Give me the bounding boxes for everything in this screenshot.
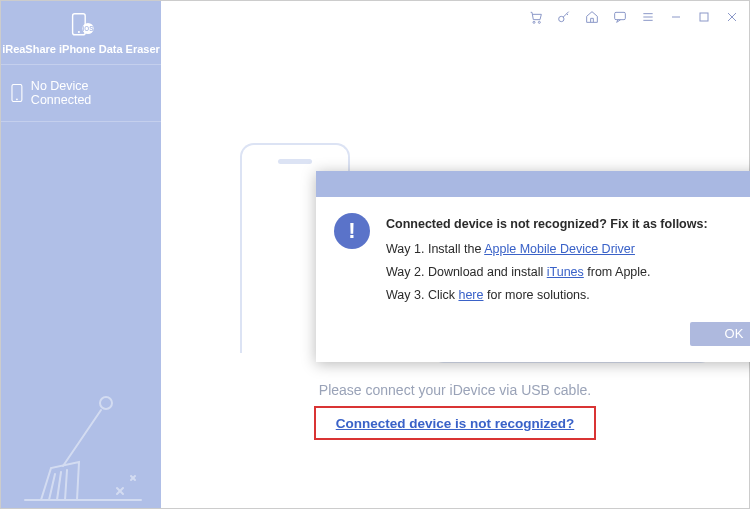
way1-prefix: Way 1. Install the — [386, 242, 484, 256]
way3-line: Way 3. Click here for more solutions. — [386, 284, 708, 307]
svg-line-10 — [63, 410, 101, 466]
ok-button[interactable]: OK — [690, 322, 750, 346]
svg-line-9 — [65, 470, 67, 500]
svg-line-8 — [57, 472, 61, 500]
fix-dialog: ✕ ! Connected device is not recognized? … — [316, 171, 750, 362]
connect-message: Please connect your iDevice via USB cabl… — [319, 382, 591, 398]
svg-line-7 — [49, 474, 55, 500]
apple-driver-link[interactable]: Apple Mobile Device Driver — [484, 242, 635, 256]
key-icon[interactable] — [555, 8, 573, 26]
way1-line: Way 1. Install the Apple Mobile Device D… — [386, 238, 708, 261]
phone-icon — [11, 84, 23, 102]
svg-point-11 — [100, 397, 112, 409]
not-recognized-highlight: Connected device is not recognized? — [314, 406, 597, 440]
way3-suffix: for more solutions. — [484, 288, 590, 302]
brand-area: iOS iReaShare iPhone Data Eraser — [1, 1, 161, 65]
dialog-header: ✕ — [316, 171, 750, 197]
dialog-body: ! Connected device is not recognized? Fi… — [316, 197, 750, 316]
svg-rect-24 — [700, 13, 708, 21]
main-area: Please connect your iDevice via USB cabl… — [161, 1, 749, 508]
way2-line: Way 2. Download and install iTunes from … — [386, 261, 708, 284]
device-status-label: No Device Connected — [31, 79, 151, 107]
svg-point-16 — [533, 21, 535, 23]
way2-prefix: Way 2. Download and install — [386, 265, 547, 279]
svg-point-5 — [16, 98, 18, 100]
toolbar — [161, 1, 749, 33]
itunes-link[interactable]: iTunes — [547, 265, 584, 279]
device-status: No Device Connected — [1, 65, 161, 122]
sidebar-decoration — [1, 388, 161, 508]
alert-icon: ! — [334, 213, 370, 249]
dialog-footer: OK — [316, 316, 750, 362]
way2-suffix: from Apple. — [584, 265, 651, 279]
not-recognized-link[interactable]: Connected device is not recognized? — [336, 416, 575, 431]
more-solutions-link[interactable]: here — [458, 288, 483, 302]
dialog-title: Connected device is not recognized? Fix … — [386, 213, 708, 236]
svg-rect-19 — [615, 12, 626, 19]
feedback-icon[interactable] — [611, 8, 629, 26]
brand-icon: iOS — [67, 11, 95, 39]
svg-point-18 — [559, 16, 564, 21]
menu-icon[interactable] — [639, 8, 657, 26]
sidebar: iOS iReaShare iPhone Data Eraser No Devi… — [1, 1, 161, 508]
svg-point-1 — [78, 30, 80, 32]
close-button[interactable] — [723, 8, 741, 26]
dialog-text: Connected device is not recognized? Fix … — [386, 213, 708, 308]
minimize-button[interactable] — [667, 8, 685, 26]
broom-icon — [1, 388, 161, 508]
brand-title: iReaShare iPhone Data Eraser — [2, 43, 160, 55]
home-icon[interactable] — [583, 8, 601, 26]
svg-text:iOS: iOS — [83, 25, 94, 32]
maximize-button[interactable] — [695, 8, 713, 26]
way3-prefix: Way 3. Click — [386, 288, 458, 302]
svg-point-17 — [538, 21, 540, 23]
cart-icon[interactable] — [527, 8, 545, 26]
app-window: iOS iReaShare iPhone Data Eraser No Devi… — [0, 0, 750, 509]
